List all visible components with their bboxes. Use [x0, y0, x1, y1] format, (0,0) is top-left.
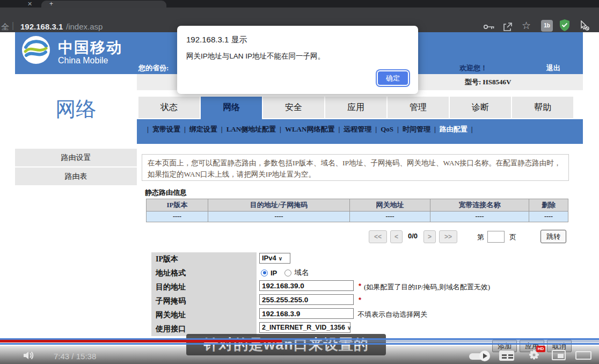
label-dest-address: 目的地址: [156, 282, 186, 292]
subnav-time-mgmt[interactable]: 时间管理: [403, 125, 430, 133]
tab-network[interactable]: 网络: [201, 97, 262, 120]
tab-management[interactable]: 管理: [388, 97, 449, 118]
cell-dest-mask: ----: [208, 212, 350, 222]
theater-mode-icon[interactable]: [575, 351, 591, 360]
url-host[interactable]: 192.168.3.1: [20, 22, 63, 31]
china-mobile-logo: [21, 35, 50, 67]
subnav-lan-address[interactable]: LAN侧地址配置: [227, 125, 276, 133]
bookmark-star-icon[interactable]: ☆: [522, 19, 531, 32]
cell-gateway: ----: [350, 212, 430, 222]
subnav-wlan[interactable]: WLAN网络配置: [285, 125, 334, 133]
interface-value: 2_INTERNET_R_VID_1356: [262, 324, 345, 331]
page-number-input[interactable]: [487, 231, 505, 243]
gateway-input[interactable]: [259, 308, 354, 319]
pointer-extension-icon[interactable]: [580, 20, 589, 33]
sidebar-item-route-table[interactable]: 路由表: [15, 168, 137, 185]
route-table-title: 静态路由信息: [145, 188, 187, 198]
radio-domain[interactable]: [284, 270, 291, 276]
tab-diagnostics[interactable]: 诊断: [450, 97, 511, 118]
close-tab-icon[interactable]: ✕: [27, 0, 32, 8]
dest-address-input[interactable]: [259, 280, 354, 291]
tab-security[interactable]: 安全: [263, 97, 324, 118]
subnav-remote-mgmt[interactable]: 远程管理: [344, 125, 371, 133]
radio-domain-label: 域名: [294, 268, 309, 278]
subnav-separator: |: [280, 125, 281, 133]
tab-status[interactable]: 状态: [138, 97, 200, 118]
dialog-title: 192.168.3.1 显示: [186, 35, 247, 45]
js-alert-dialog: 192.168.3.1 显示 网关IP地址与LAN IP地址不能在同一子网。 确…: [177, 26, 418, 94]
pagination-first-button[interactable]: <<: [369, 230, 387, 243]
pagination-last-button[interactable]: >>: [439, 230, 457, 243]
cell-delete: ----: [529, 212, 568, 222]
subnav-separator: |: [221, 125, 223, 133]
progress-bar-remaining[interactable]: [282, 340, 599, 343]
col-gateway: 网关地址: [350, 199, 430, 212]
video-time: 7:43 / 15:38: [54, 352, 96, 361]
ip-version-select[interactable]: IPv4∨: [259, 253, 290, 264]
chevron-down-icon: ∨: [347, 325, 351, 331]
autoplay-toggle[interactable]: [469, 353, 488, 360]
subtitles-icon[interactable]: [499, 351, 514, 361]
required-asterisk: *: [359, 282, 361, 290]
dest-address-note: (如果配置了目的IP/掩码,则域名配置无效): [364, 282, 490, 292]
progress-bar-played[interactable]: [0, 340, 282, 343]
interface-select[interactable]: 2_INTERNET_R_VID_1356∨: [259, 322, 350, 333]
subnav-broadband[interactable]: 宽带设置: [152, 125, 180, 133]
pagination-prev-button[interactable]: <: [390, 230, 403, 243]
label-addr-format: 地址格式: [156, 268, 186, 278]
model-number: 型号: HS8546V: [465, 77, 511, 87]
col-dest-mask: 目的地址/子网掩码: [208, 199, 350, 212]
col-ip-version: IP版本: [147, 199, 208, 212]
page-description: 在本页面上，您可以配置静态路由，参数包括IP版本、域名、IP地址、子网掩码、网关…: [142, 154, 569, 181]
dialog-message: 网关IP地址与LAN IP地址不能在同一子网。: [186, 52, 325, 61]
label-ip-version: IP版本: [156, 254, 178, 264]
table-header-row: IP版本 目的地址/子网掩码 网关地址 宽带连接名称 删除: [147, 199, 568, 212]
dialog-ok-button[interactable]: 确定: [378, 71, 408, 85]
cell-ip-version: ----: [147, 212, 208, 222]
video-control-bar: 7:43 / 15:38 HD: [0, 346, 599, 364]
sidebar-item-route-settings[interactable]: 路由设置: [15, 149, 137, 166]
label-subnet-mask: 子网掩码: [156, 296, 186, 306]
subnav-binding[interactable]: 绑定设置: [189, 125, 217, 133]
tab-application[interactable]: 应用: [325, 97, 386, 118]
form-label-column: [151, 252, 257, 336]
subnav-separator: |: [147, 125, 149, 133]
pagination-next-button[interactable]: >: [423, 230, 436, 243]
table-row: ---- ---- ---- ---- ----: [147, 212, 568, 222]
subnet-mask-input[interactable]: [259, 294, 354, 305]
static-route-table: IP版本 目的地址/子网掩码 网关地址 宽带连接名称 删除 ---- ---- …: [146, 199, 568, 222]
pagination-counter: 0/0: [404, 232, 421, 240]
radio-ip[interactable]: [261, 270, 268, 276]
hd-quality-badge: HD: [536, 346, 545, 352]
ip-version-value: IPv4: [262, 254, 276, 262]
volume-icon[interactable]: [23, 350, 35, 363]
new-tab-icon[interactable]: +: [49, 0, 53, 8]
subnav-separator: |: [434, 125, 436, 133]
brand-name-en: China Mobile: [58, 56, 108, 65]
brand-name-cn: 中国移动: [58, 38, 122, 58]
miniplayer-icon[interactable]: [552, 350, 566, 360]
subnav-route-config[interactable]: 路由配置: [440, 125, 467, 133]
browser-tab[interactable]: [41, 1, 166, 8]
password-key-icon[interactable]: [483, 23, 495, 32]
subnav-separator: |: [184, 125, 186, 133]
url-path[interactable]: /index.asp: [66, 22, 103, 31]
tab-help[interactable]: 帮助: [512, 97, 573, 118]
required-asterisk: *: [359, 296, 361, 304]
jump-button[interactable]: 跳转: [540, 230, 566, 243]
province-label: 您的省份:: [138, 63, 169, 73]
welcome-text: 欢迎您！: [459, 63, 487, 73]
browser-tab-strip: ✕ +: [0, 0, 599, 8]
page-prefix-label: 第: [477, 232, 484, 242]
progress-bar-bottom-line[interactable]: [0, 343, 599, 345]
subnav-qos[interactable]: QoS: [381, 125, 393, 133]
page-suffix-label: 页: [509, 232, 516, 242]
cell-wan-name: ----: [430, 212, 529, 222]
adblock-shield-icon[interactable]: [559, 19, 570, 33]
col-delete: 删除: [529, 199, 568, 212]
subnav-separator: |: [471, 125, 473, 133]
label-gateway: 网关地址: [156, 310, 186, 320]
security-indicator[interactable]: 全: [1, 22, 9, 32]
extension-badge-icon[interactable]: 1b: [541, 20, 553, 32]
logout-link[interactable]: 退出: [546, 63, 560, 73]
